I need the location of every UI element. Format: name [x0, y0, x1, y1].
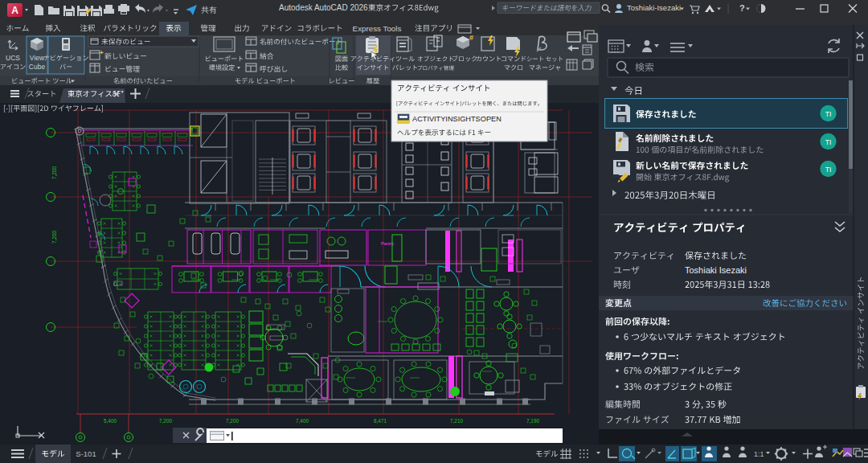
svg-text:Toshiaki Isezaki: Toshiaki Isezaki: [685, 265, 747, 275]
svg-text:7,200: 7,200: [226, 418, 239, 424]
svg-text:7,200: 7,200: [159, 418, 172, 424]
svg-text:A: A: [11, 5, 18, 16]
svg-text:?: ?: [739, 3, 745, 13]
svg-text:7,210: 7,210: [450, 418, 463, 424]
svg-text:S-101: S-101: [76, 449, 96, 458]
svg-text:Pantry: Pantry: [381, 241, 394, 246]
svg-text:ACTIVITYINSIGHTSOPEN: ACTIVITYINSIGHTSOPEN: [412, 115, 502, 123]
svg-text:Express Tools: Express Tools: [353, 24, 402, 33]
svg-text:1:1: 1:1: [754, 450, 764, 458]
svg-text:Toshiaki-Isezaki: Toshiaki-Isezaki: [627, 3, 681, 12]
svg-text:TI: TI: [825, 138, 832, 146]
svg-text:7,190: 7,190: [526, 418, 539, 424]
svg-text:UCS: UCS: [6, 54, 20, 62]
svg-text:TI: TI: [825, 110, 832, 118]
svg-text:7,400: 7,400: [296, 418, 309, 424]
svg-text:Autodesk AutoCAD 2026: Autodesk AutoCAD 2026: [279, 3, 368, 12]
svg-text:+: +: [100, 49, 104, 56]
svg-text:8,471: 8,471: [374, 418, 387, 424]
svg-text:Cube: Cube: [29, 63, 46, 71]
svg-text:View: View: [30, 54, 45, 62]
svg-text:#: #: [469, 34, 473, 42]
svg-text:5,400: 5,400: [104, 418, 117, 424]
svg-text:7,200: 7,200: [51, 231, 57, 244]
svg-text:TI: TI: [825, 166, 832, 174]
svg-text:7,200: 7,200: [51, 166, 57, 179]
